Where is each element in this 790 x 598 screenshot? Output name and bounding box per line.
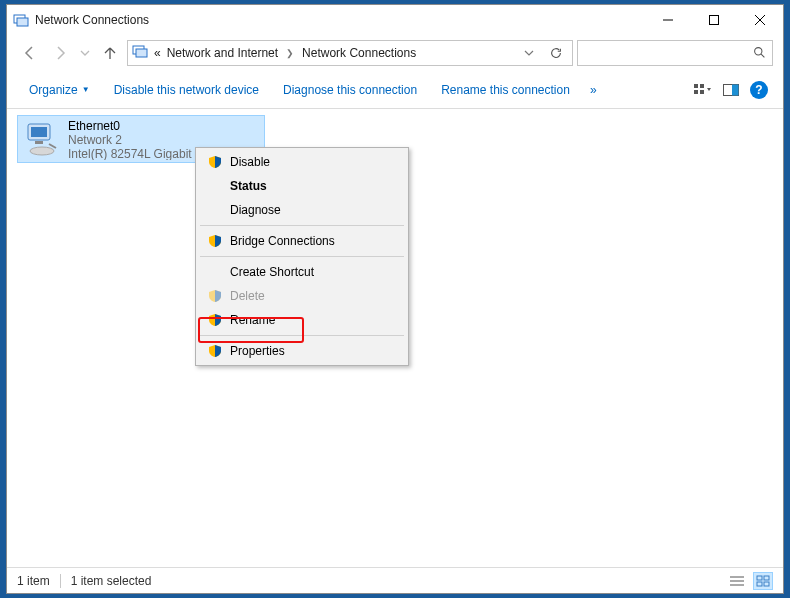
svg-rect-18 <box>35 141 43 144</box>
view-options-button[interactable] <box>689 83 717 97</box>
shield-icon <box>206 155 224 169</box>
maximize-button[interactable] <box>691 5 737 35</box>
menu-rename[interactable]: Rename <box>198 308 406 332</box>
address-dropdown-button[interactable] <box>520 40 538 66</box>
status-bar: 1 item 1 item selected <box>7 567 783 593</box>
network-adapter-icon <box>22 118 62 158</box>
window-title: Network Connections <box>35 13 149 27</box>
details-view-button[interactable] <box>727 572 747 590</box>
content-area[interactable]: Ethernet0 Network 2 Intel(R) 82574L Giga… <box>7 109 783 567</box>
svg-rect-11 <box>700 84 704 88</box>
connection-network: Network 2 <box>68 133 192 147</box>
svg-rect-17 <box>31 127 47 137</box>
help-icon: ? <box>750 81 768 99</box>
svg-rect-1 <box>17 18 28 26</box>
close-button[interactable] <box>737 5 783 35</box>
diagnose-connection-button[interactable]: Diagnose this connection <box>271 76 429 104</box>
svg-rect-26 <box>764 582 769 586</box>
connection-adapter: Intel(R) 82574L Gigabit <box>68 147 192 160</box>
search-input[interactable] <box>578 46 746 60</box>
help-button[interactable]: ? <box>745 81 773 99</box>
address-bar-row: « Network and Internet ❯ Network Connect… <box>7 35 783 71</box>
breadcrumb-current[interactable]: Network Connections <box>302 46 416 60</box>
menu-status[interactable]: Status <box>198 174 406 198</box>
shield-icon <box>206 344 224 358</box>
menu-shortcut-label: Create Shortcut <box>230 265 314 279</box>
svg-rect-24 <box>764 576 769 580</box>
shield-icon <box>206 234 224 248</box>
connection-name: Ethernet0 <box>68 119 192 133</box>
status-item-count: 1 item <box>17 574 50 588</box>
breadcrumb-prefix: « <box>154 46 161 60</box>
breadcrumb-icon <box>132 43 148 62</box>
svg-rect-12 <box>694 90 698 94</box>
search-icon[interactable] <box>746 46 772 59</box>
status-selected-count: 1 item selected <box>71 574 152 588</box>
address-bar[interactable]: « Network and Internet ❯ Network Connect… <box>127 40 573 66</box>
svg-line-9 <box>761 54 764 57</box>
context-menu: Disable Status Diagnose Bridge Connectio… <box>195 147 409 366</box>
disable-device-button[interactable]: Disable this network device <box>102 76 271 104</box>
svg-point-8 <box>754 48 761 55</box>
svg-rect-7 <box>136 49 147 57</box>
menu-diagnose-label: Diagnose <box>230 203 281 217</box>
titlebar: Network Connections <box>7 5 783 35</box>
back-button[interactable] <box>17 40 43 66</box>
svg-rect-25 <box>757 582 762 586</box>
rename-connection-button[interactable]: Rename this connection <box>429 76 582 104</box>
svg-rect-10 <box>694 84 698 88</box>
menu-create-shortcut[interactable]: Create Shortcut <box>198 260 406 284</box>
status-separator <box>60 574 61 588</box>
menu-bridge-label: Bridge Connections <box>230 234 335 248</box>
chevron-down-icon: ▼ <box>82 85 90 94</box>
breadcrumb-parent[interactable]: Network and Internet <box>167 46 278 60</box>
menu-status-label: Status <box>230 179 267 193</box>
preview-pane-button[interactable] <box>717 84 745 96</box>
overflow-button[interactable]: » <box>582 76 605 104</box>
shield-icon <box>206 313 224 327</box>
menu-properties[interactable]: Properties <box>198 339 406 363</box>
organize-label: Organize <box>29 83 78 97</box>
chevron-right-icon[interactable]: ❯ <box>284 48 296 58</box>
minimize-button[interactable] <box>645 5 691 35</box>
menu-bridge[interactable]: Bridge Connections <box>198 229 406 253</box>
menu-separator <box>200 335 404 336</box>
svg-rect-3 <box>710 16 719 25</box>
large-icons-view-button[interactable] <box>753 572 773 590</box>
menu-disable[interactable]: Disable <box>198 150 406 174</box>
window-frame: Network Connections « Netw <box>6 4 784 594</box>
menu-disable-label: Disable <box>230 155 270 169</box>
forward-button[interactable] <box>47 40 73 66</box>
connection-text: Ethernet0 Network 2 Intel(R) 82574L Giga… <box>68 118 192 160</box>
shield-icon <box>206 289 224 303</box>
menu-diagnose[interactable]: Diagnose <box>198 198 406 222</box>
organize-button[interactable]: Organize ▼ <box>17 76 102 104</box>
svg-rect-23 <box>757 576 762 580</box>
menu-separator <box>200 225 404 226</box>
menu-properties-label: Properties <box>230 344 285 358</box>
svg-rect-13 <box>700 90 704 94</box>
search-box[interactable] <box>577 40 773 66</box>
svg-rect-15 <box>732 84 739 95</box>
command-bar: Organize ▼ Disable this network device D… <box>7 71 783 109</box>
menu-delete: Delete <box>198 284 406 308</box>
up-button[interactable] <box>97 40 123 66</box>
menu-rename-label: Rename <box>230 313 275 327</box>
menu-separator <box>200 256 404 257</box>
recent-locations-button[interactable] <box>77 40 93 66</box>
menu-delete-label: Delete <box>230 289 265 303</box>
svg-point-19 <box>30 147 54 155</box>
app-icon <box>13 12 29 28</box>
refresh-button[interactable] <box>544 40 568 66</box>
